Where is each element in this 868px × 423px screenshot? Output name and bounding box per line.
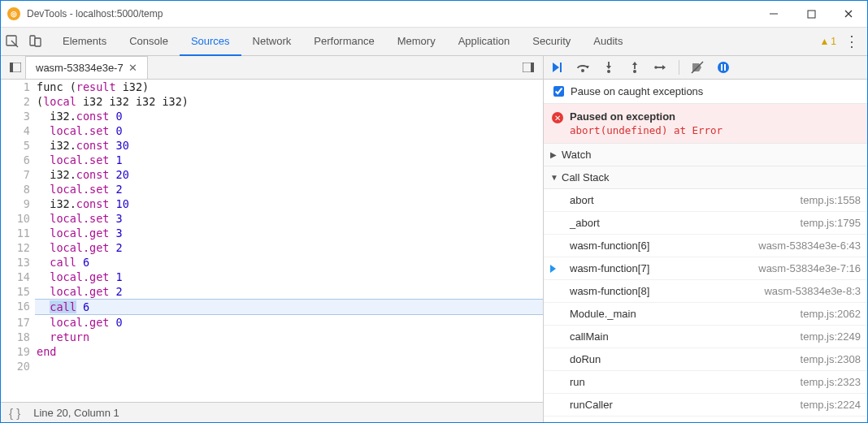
step-over-icon (576, 61, 589, 74)
tab-performance[interactable]: Performance (302, 28, 385, 56)
code-line[interactable]: 6 local.set 1 (1, 153, 543, 167)
callstack-frame[interactable]: wasm-function[7]wasm-53834e3e-7:16 (544, 257, 867, 280)
navigator-toggle-icon[interactable] (6, 63, 25, 72)
code-line[interactable]: 15 local.get 2 (1, 284, 543, 299)
step-button[interactable] (653, 61, 669, 74)
gutter-number[interactable]: 20 (1, 359, 35, 373)
gutter-number[interactable]: 15 (1, 284, 35, 299)
tab-memory[interactable]: Memory (386, 28, 447, 56)
svg-rect-7 (531, 63, 534, 72)
code-line[interactable]: 9 i32.const 10 (1, 196, 543, 211)
code-line[interactable]: 11 local.get 3 (1, 226, 543, 240)
gutter-number[interactable]: 13 (1, 255, 35, 270)
tab-console[interactable]: Console (118, 28, 180, 56)
code-text: local.get 1 (35, 270, 543, 284)
gutter-number[interactable]: 16 (1, 299, 35, 315)
gutter-number[interactable]: 6 (1, 153, 35, 167)
code-text: i32.const 0 (35, 109, 543, 123)
frame-location: wasm-53834e3e-8:3 (764, 285, 861, 297)
tab-network[interactable]: Network (241, 28, 303, 56)
gutter-number[interactable]: 2 (1, 94, 35, 109)
gutter-number[interactable]: 4 (1, 123, 35, 138)
more-tabs-icon[interactable] (519, 63, 538, 72)
gutter-number[interactable]: 8 (1, 182, 35, 196)
code-line[interactable]: 2(local i32 i32 i32 i32) (1, 94, 543, 109)
code-line[interactable]: 18 return (1, 330, 543, 344)
callstack-frame[interactable]: doRuntemp.js:2308 (544, 348, 867, 371)
code-line[interactable]: 20 (1, 359, 543, 373)
code-line[interactable]: 16 call 6 (1, 299, 543, 315)
gutter-number[interactable]: 5 (1, 138, 35, 153)
callstack-frame[interactable]: _aborttemp.js:1795 (544, 212, 867, 235)
gutter-number[interactable]: 3 (1, 109, 35, 123)
frame-function: wasm-function[7] (570, 262, 649, 274)
gutter-number[interactable]: 19 (1, 344, 35, 359)
svg-point-13 (718, 62, 729, 73)
code-line[interactable]: 1func (result i32) (1, 80, 543, 94)
watch-label: Watch (562, 149, 591, 161)
gutter-number[interactable]: 17 (1, 315, 35, 330)
menu-button[interactable]: ⋮ (844, 34, 859, 49)
step-into-button[interactable] (601, 61, 617, 74)
code-line[interactable]: 12 local.get 2 (1, 240, 543, 255)
close-button[interactable] (830, 1, 867, 27)
gutter-number[interactable]: 14 (1, 270, 35, 284)
code-line[interactable]: 3 i32.const 0 (1, 109, 543, 123)
gutter-number[interactable]: 18 (1, 330, 35, 344)
code-line[interactable]: 4 local.set 0 (1, 123, 543, 138)
callstack-frame[interactable]: Module._maintemp.js:2062 (544, 303, 867, 326)
code-line[interactable]: 8 local.set 2 (1, 182, 543, 196)
callstack-section-header[interactable]: ▼ Call Stack (544, 166, 867, 189)
callstack-frame[interactable]: aborttemp.js:1558 (544, 189, 867, 212)
tab-security[interactable]: Security (521, 28, 582, 56)
code-line[interactable]: 17 local.get 0 (1, 315, 543, 330)
code-line[interactable]: 14 local.get 1 (1, 270, 543, 284)
tab-audits[interactable]: Audits (582, 28, 634, 56)
tab-sources[interactable]: Sources (180, 28, 241, 56)
code-line[interactable]: 13 call 6 (1, 255, 543, 270)
device-toggle-icon[interactable] (24, 35, 46, 48)
gutter-number[interactable]: 7 (1, 167, 35, 182)
cursor-position: Line 20, Column 1 (33, 407, 119, 419)
code-line[interactable]: 5 i32.const 30 (1, 138, 543, 153)
maximize-button[interactable] (792, 1, 830, 27)
step-into-icon (602, 61, 615, 74)
minimize-button[interactable] (755, 1, 792, 27)
pause-on-caught-checkbox[interactable] (553, 86, 564, 97)
gutter-number[interactable]: 9 (1, 196, 35, 211)
inspect-icon[interactable] (1, 35, 24, 48)
gutter-number[interactable]: 12 (1, 240, 35, 255)
gutter-number[interactable]: 11 (1, 226, 35, 240)
pause-on-caught-row[interactable]: Pause on caught exceptions (544, 80, 867, 104)
warning-badge[interactable]: ▲ 1 (819, 36, 836, 47)
gutter-number[interactable]: 1 (1, 80, 35, 94)
frame-function: _abort (570, 217, 600, 229)
callstack-frame[interactable]: wasm-function[6]wasm-53834e3e-6:43 (544, 235, 867, 257)
code-line[interactable]: 7 i32.const 20 (1, 167, 543, 182)
step-out-button[interactable] (627, 61, 643, 74)
callstack-frame[interactable]: callMaintemp.js:2249 (544, 326, 867, 348)
code-line[interactable]: 19end (1, 344, 543, 359)
pause-on-exceptions-button[interactable] (715, 61, 731, 74)
tab-application[interactable]: Application (447, 28, 522, 56)
callstack-frame[interactable]: runtemp.js:2323 (544, 371, 867, 394)
resume-button[interactable] (549, 61, 565, 74)
deactivate-breakpoints-button[interactable] (689, 61, 705, 74)
svg-rect-0 (808, 11, 815, 18)
code-text: (local i32 i32 i32 i32) (35, 94, 543, 109)
gutter-number[interactable]: 10 (1, 211, 35, 226)
close-icon (844, 9, 853, 19)
code-editor[interactable]: 1func (result i32)2(local i32 i32 i32 i3… (1, 80, 543, 402)
step-over-button[interactable] (575, 61, 591, 74)
watch-section-header[interactable]: ▶ Watch (544, 144, 867, 166)
code-text: i32.const 10 (35, 196, 543, 211)
file-tab[interactable]: wasm-53834e3e-7 ✕ (25, 56, 148, 79)
debugger-scroll[interactable]: Pause on caught exceptions ✕ Paused on e… (544, 80, 867, 422)
callstack-frame[interactable]: runCallertemp.js:2224 (544, 394, 867, 417)
code-text: local.set 2 (35, 182, 543, 196)
code-line[interactable]: 10 local.set 3 (1, 211, 543, 226)
close-icon[interactable]: ✕ (128, 57, 137, 79)
callstack-frame[interactable]: wasm-function[8]wasm-53834e3e-8:3 (544, 280, 867, 303)
tab-elements[interactable]: Elements (51, 28, 118, 56)
pretty-print-icon[interactable]: { } (9, 406, 20, 420)
